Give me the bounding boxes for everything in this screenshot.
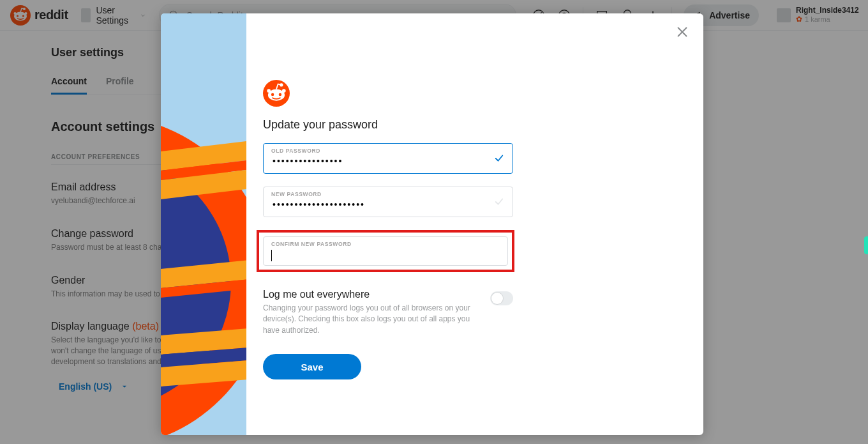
- close-button[interactable]: [675, 25, 689, 42]
- reddit-icon: [263, 80, 290, 107]
- update-password-modal: Update your password OLD PASSWORD NEW PA…: [161, 13, 703, 435]
- logout-title: Log me out everywhere: [263, 289, 471, 300]
- svg-point-19: [271, 93, 274, 96]
- confirm-password-field[interactable]: CONFIRM NEW PASSWORD: [263, 236, 508, 266]
- confirm-password-input[interactable]: [271, 249, 482, 260]
- close-icon: [675, 25, 689, 39]
- side-accent-tab[interactable]: [864, 236, 868, 254]
- modal-art-panel: [161, 13, 246, 435]
- check-icon: [493, 196, 505, 210]
- modal-title: Update your password: [263, 118, 671, 132]
- confirm-password-highlight: CONFIRM NEW PASSWORD: [257, 230, 514, 272]
- save-label: Save: [301, 362, 323, 372]
- modal-logo: [263, 80, 671, 109]
- art-illustration-icon: [161, 13, 246, 435]
- logout-toggle[interactable]: [490, 291, 513, 305]
- old-password-input[interactable]: [271, 155, 487, 167]
- text-cursor: [271, 250, 272, 261]
- new-password-label: NEW PASSWORD: [271, 191, 322, 197]
- confirm-password-label: CONFIRM NEW PASSWORD: [271, 241, 352, 247]
- svg-point-21: [282, 89, 286, 93]
- svg-point-22: [267, 89, 271, 93]
- save-button[interactable]: Save: [263, 354, 361, 379]
- new-password-field[interactable]: NEW PASSWORD: [263, 187, 513, 217]
- check-icon: [493, 153, 505, 167]
- svg-point-20: [279, 93, 281, 96]
- svg-point-23: [280, 83, 283, 86]
- new-password-input[interactable]: [271, 199, 487, 210]
- old-password-label: OLD PASSWORD: [271, 148, 320, 154]
- old-password-field[interactable]: OLD PASSWORD: [263, 143, 513, 174]
- logout-everywhere-row: Log me out everywhere Changing your pass…: [263, 289, 513, 336]
- logout-subtitle: Changing your password logs you out of a…: [263, 303, 471, 336]
